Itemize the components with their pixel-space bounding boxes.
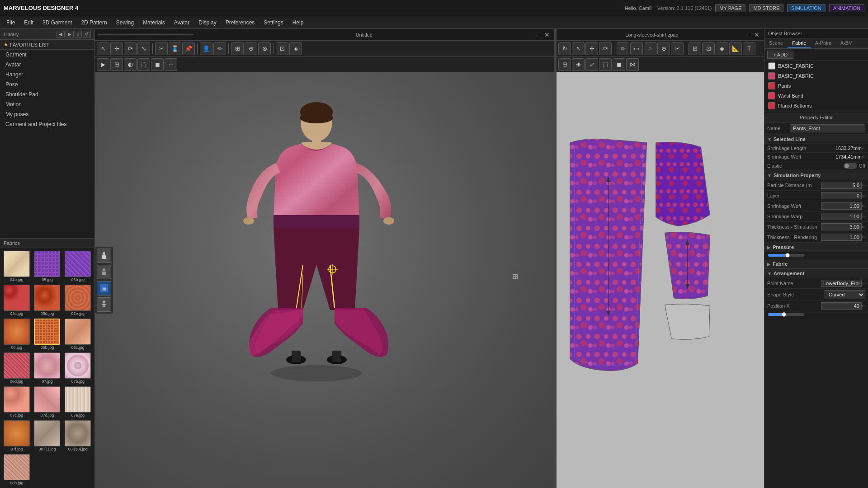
fabric-item-05d[interactable]: 05d.jpg <box>33 284 62 317</box>
input-thick-render[interactable] <box>821 234 862 241</box>
lib-nav-home[interactable]: ⌂ <box>75 31 82 38</box>
tree-item-garment-project[interactable]: Garment and Project files <box>0 119 94 129</box>
tool-solid[interactable]: ◼ <box>151 58 164 71</box>
input-thick-sim[interactable] <box>821 223 862 230</box>
edit-shrinkage-weft[interactable]: ✏ <box>862 155 865 160</box>
tool-move[interactable]: ✛ <box>110 42 123 55</box>
tree-item-motion[interactable]: Motion <box>0 99 94 109</box>
tool-select-arrow[interactable]: ↖ <box>97 42 109 55</box>
tool-scale[interactable]: ⤡ <box>137 42 150 55</box>
lib-nav-refresh[interactable]: ↺ <box>83 31 91 38</box>
2d-tool-rect[interactable]: ▭ <box>630 42 643 55</box>
fabric-item-07[interactable]: 07.jpg <box>33 352 62 385</box>
menu-display[interactable]: Display <box>194 18 221 28</box>
fabric-item-05b[interactable]: 05b.jpg <box>63 250 93 283</box>
fabric-item-08-10[interactable]: 08 (10).jpg <box>63 419 93 452</box>
tool-xray[interactable]: ◐ <box>124 58 137 71</box>
simulation-section[interactable]: ▼ Simulation Property <box>764 171 868 180</box>
2d-canvas[interactable] <box>557 72 764 488</box>
input-point-name[interactable] <box>821 280 862 287</box>
input-shrink-weft[interactable] <box>821 202 862 210</box>
tool-avatar-edit[interactable]: ✏ <box>213 42 226 55</box>
input-pos-x[interactable] <box>821 302 862 310</box>
tree-item-my-poses[interactable]: My poses <box>0 109 94 119</box>
menu-materials[interactable]: Materials <box>138 18 170 28</box>
edit-particle[interactable]: ✏ <box>862 183 865 188</box>
lib-nav-forward[interactable]: ▶ <box>66 31 74 38</box>
animation-button[interactable]: ANIMATION <box>829 4 864 12</box>
edit-shrink-weft[interactable]: ✏ <box>862 204 865 209</box>
2d-tool-move[interactable]: ✛ <box>585 42 598 55</box>
fabric-item-06c[interactable]: 06c.jpg <box>63 318 93 351</box>
fabric-item-07e[interactable]: 07e.jpg <box>63 385 93 418</box>
menu-file[interactable]: File <box>2 18 19 28</box>
fabric-pants[interactable]: Pants <box>764 81 868 91</box>
fabric-item-07b[interactable]: 07b.jpg <box>63 352 93 385</box>
tool-snap[interactable]: ⊡ <box>276 42 288 55</box>
2d-tool-measure[interactable]: 📐 <box>729 42 742 55</box>
avatar-btn-pose[interactable] <box>97 297 111 312</box>
2d-tool-snap[interactable]: ◈ <box>716 42 728 55</box>
fabric-item-07f[interactable]: 07f.jpg <box>2 419 32 452</box>
2d-tool-arrow[interactable]: ↻ <box>558 42 571 55</box>
fabric-flared[interactable]: Flared Bottoms <box>764 101 868 111</box>
pos-x-slider[interactable] <box>768 313 804 316</box>
3d-canvas[interactable]: ▤ <box>95 72 554 488</box>
fabric-item-06b-sel[interactable]: 06b.jpg <box>33 318 62 351</box>
tool-wire[interactable]: ⬚ <box>137 58 150 71</box>
fabric-item-04b[interactable]: 04b.jpg <box>2 250 32 283</box>
2d-tool-zoom[interactable]: ⊕ <box>572 58 585 71</box>
input-particle-dist[interactable] <box>821 182 862 189</box>
edit-pos-x[interactable]: ✏ <box>862 304 865 309</box>
toggle-elastic[interactable] <box>844 163 857 169</box>
2d-tool-edit[interactable]: ⊕ <box>657 42 670 55</box>
edit-shrink-warp[interactable]: ✏ <box>862 214 865 219</box>
2d-tool-text[interactable]: T <box>743 42 755 55</box>
tool-measure[interactable]: ↔ <box>165 58 177 71</box>
2d-tool-pin[interactable]: ⊡ <box>702 42 715 55</box>
2d-tool-sew[interactable]: ⊞ <box>689 42 701 55</box>
avatar-btn-selected[interactable]: ▤ <box>97 281 111 296</box>
tool-grid2[interactable]: ⊞ <box>110 58 123 71</box>
input-shrink-warp[interactable] <box>821 213 862 220</box>
menu-edit[interactable]: Edit <box>19 18 38 28</box>
2d-tool-draw[interactable]: ✏ <box>617 42 629 55</box>
edit-point-name[interactable]: ✏ <box>862 281 865 286</box>
2d-tool-sym[interactable]: ⋈ <box>626 58 639 71</box>
input-layer[interactable] <box>821 192 862 199</box>
fabric-basic-2[interactable]: BASIC_FABRIC <box>764 71 868 81</box>
menu-sewing[interactable]: Sewing <box>112 18 138 28</box>
menu-preferences[interactable]: Preferences <box>221 18 259 28</box>
2d-tool-fit[interactable]: ⤢ <box>585 58 598 71</box>
fabric-item-07c[interactable]: 07c.jpg <box>2 385 32 418</box>
fabric-waistband[interactable]: Waist Band <box>764 91 868 101</box>
viewport3d-close[interactable]: ✕ <box>542 30 552 39</box>
2d-tool-rotate[interactable]: ⟳ <box>599 42 612 55</box>
avatar-btn-front[interactable] <box>97 249 111 263</box>
arrangement-section[interactable]: ▼ Arrangement <box>764 269 868 278</box>
fabric-item-05e[interactable]: 05e.jpg <box>63 284 93 317</box>
2d-tool-select[interactable]: ↖ <box>572 42 585 55</box>
selected-line-section[interactable]: ▼ Selected Line <box>764 135 868 144</box>
tool-sew[interactable]: 🧵 <box>169 42 181 55</box>
edit-thick-render[interactable]: ✏ <box>862 235 865 240</box>
edit-layer[interactable]: ✏ <box>862 193 865 198</box>
2d-tool-grid[interactable]: ⊞ <box>558 58 571 71</box>
tab-a-bv[interactable]: A-BV <box>836 38 857 48</box>
tool-garment[interactable]: ◈ <box>289 42 302 55</box>
my-page-button[interactable]: MY PAGE <box>715 4 745 12</box>
2d-tool-circle[interactable]: ○ <box>644 42 656 55</box>
menu-help[interactable]: Help <box>288 18 308 28</box>
tool-move2[interactable]: ⊕ <box>245 42 257 55</box>
tree-item-hanger[interactable]: Hanger <box>0 70 94 80</box>
pressure-slider[interactable] <box>768 254 804 257</box>
tool-rotate-3d[interactable]: ⟳ <box>124 42 137 55</box>
tool-mannequin[interactable]: 👤 <box>200 42 212 55</box>
tab-fabric[interactable]: Fabric <box>788 38 811 48</box>
pressure-thumb[interactable] <box>785 253 790 258</box>
tree-item-shoulder-pad[interactable]: Shoulder Pad <box>0 89 94 99</box>
add-fabric-button[interactable]: + ADD <box>767 51 793 59</box>
pressure-row[interactable]: ▶ Pressure <box>764 243 868 252</box>
fabric-section-header[interactable]: ▶ Fabric <box>764 259 868 269</box>
tool-something[interactable]: ⊗ <box>258 42 271 55</box>
